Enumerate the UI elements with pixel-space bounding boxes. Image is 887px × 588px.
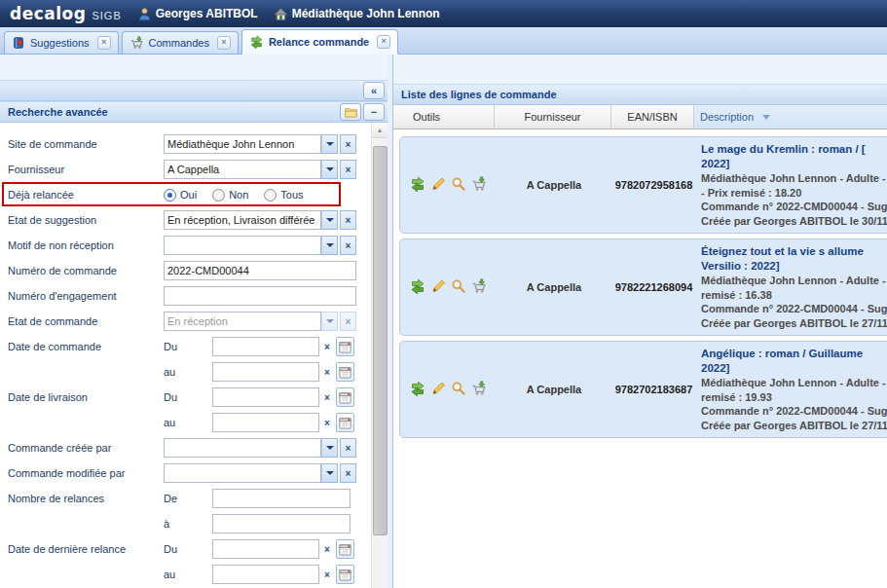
radio-tous[interactable]: Tous [264,189,303,202]
commande-modifiee-par-input[interactable] [164,463,321,483]
folder-button[interactable] [340,103,361,121]
receive-cart-icon[interactable] [471,278,487,296]
detail-line: Commande n° 2022-CMD00044 - Sugge [701,404,887,419]
close-icon[interactable]: × [377,35,390,49]
clear-field-button[interactable]: × [340,463,356,483]
calendar-button[interactable] [336,413,354,432]
chevron-down-icon[interactable] [321,463,338,483]
relance-icon[interactable] [410,278,425,296]
calendar-button[interactable] [336,565,354,584]
order-lines-list: A Cappella 9782072958168 Le mage du Krem… [393,129,887,588]
clear-date-icon[interactable]: × [319,392,335,403]
order-line-row[interactable]: A Cappella 9782221268094 Éteignez tout e… [399,239,887,336]
motif-non-reception-input[interactable] [164,236,321,255]
chevron-down-icon[interactable] [321,160,338,179]
column-header-fournisseur[interactable]: Fournisseur [495,105,611,129]
fournisseur-input[interactable] [164,160,321,179]
field-label: Commande créée par [8,442,164,454]
decalog-logo: decalog SIGB [10,4,122,23]
chevron-down-icon[interactable] [321,134,338,154]
nb-relances-a-input[interactable] [212,514,351,533]
edit-icon[interactable] [430,176,446,194]
tab-commandes[interactable]: Commandes × [122,31,239,54]
clear-date-icon[interactable]: × [319,570,335,580]
form-row-date-commande-du: Date de commande Du × [0,334,371,359]
date-livraison-du-input[interactable] [212,387,319,407]
edit-icon[interactable] [430,278,446,296]
logo-text: decalog [10,4,86,23]
order-line-row[interactable]: A Cappella 9782702183687 Angélique : rom… [399,341,887,438]
current-user[interactable]: Georges ABITBOL [137,7,258,21]
form-row-derniere-relance-au: au × [0,562,371,587]
scroll-up-icon[interactable]: ▲ [372,123,388,138]
date-commande-du-input[interactable] [212,337,319,356]
close-icon[interactable]: × [97,36,111,50]
commande-creee-par-input[interactable] [164,438,321,458]
tab-relance-commande[interactable]: Relance commande × [241,29,398,55]
sort-arrow-icon[interactable] [762,115,770,120]
chevron-down-icon[interactable] [321,236,338,255]
order-line-row[interactable]: A Cappella 9782072958168 Le mage du Krem… [399,136,887,234]
current-site[interactable]: Médiathèque John Lennon [274,7,440,21]
detail-line: remisé : 16.38 [701,288,887,303]
description-cell: Angélique : roman / Guillaume 2022] Médi… [695,347,887,432]
cart-icon [129,36,144,50]
numero-commande-input[interactable] [164,261,356,280]
from-label: Du [164,543,212,555]
clear-date-icon[interactable]: × [319,544,335,555]
clear-field-button: × [340,312,356,331]
edit-icon[interactable] [430,381,446,398]
supplier-cell: A Cappella [496,179,612,191]
numero-engagement-input[interactable] [164,286,356,306]
radio-button-icon[interactable] [164,189,176,202]
clear-date-icon[interactable]: × [319,342,335,352]
date-livraison-au-input[interactable] [212,413,319,432]
calendar-button[interactable] [336,387,354,407]
calendar-button[interactable] [336,362,354,382]
supplier-cell: A Cappella [496,281,612,293]
nb-relances-de-input[interactable] [212,489,351,508]
date-derniere-relance-au-input[interactable] [212,565,319,584]
tab-bar: Suggestions × Commandes × Relance comman… [0,27,887,55]
column-header-description[interactable]: Description [694,105,887,129]
radio-button-icon[interactable] [264,189,277,202]
clear-field-button[interactable]: × [340,438,356,458]
relance-icon[interactable] [410,381,425,398]
clear-field-button[interactable]: × [340,160,356,179]
scrollbar[interactable]: ▲ [371,123,388,588]
calendar-button[interactable] [336,539,354,559]
description-cell: Éteignez tout et la vie s allume Versili… [695,244,887,330]
radio-oui[interactable]: Oui [164,189,197,202]
receive-cart-icon[interactable] [471,381,487,398]
magnifier-icon[interactable] [451,278,466,296]
relance-icon[interactable] [410,176,425,194]
from-label: Du [164,391,212,403]
clear-date-icon[interactable]: × [319,418,335,428]
column-header-ean-isbn[interactable]: EAN/ISBN [611,105,694,129]
magnifier-icon[interactable] [451,381,466,398]
scrollbar-thumb[interactable] [373,146,388,535]
clear-field-button[interactable]: × [340,134,356,154]
etat-suggestion-input[interactable] [164,210,321,230]
column-header-outils[interactable]: Outils [393,105,495,129]
clear-field-button[interactable]: × [340,236,356,255]
receive-cart-icon[interactable] [471,176,487,194]
radio-non[interactable]: Non [212,189,248,202]
date-derniere-relance-du-input[interactable] [212,539,319,559]
tab-label: Commandes [149,37,209,49]
detail-line: Médiathèque John Lennon - Adulte - A [701,171,887,186]
collapse-section-button[interactable]: − [363,103,385,121]
search-region: « Recherche avancée − Site de commande × [0,55,388,588]
clear-date-icon[interactable]: × [319,367,335,378]
clear-field-button[interactable]: × [340,210,356,230]
date-commande-au-input[interactable] [212,362,319,382]
site-de-commande-input[interactable] [164,134,321,154]
chevron-down-icon[interactable] [321,210,338,230]
close-icon[interactable]: × [217,36,231,50]
magnifier-icon[interactable] [451,176,466,194]
calendar-button[interactable] [336,337,354,356]
chevron-down-icon[interactable] [321,438,338,458]
radio-button-icon[interactable] [212,189,225,202]
tab-suggestions[interactable]: Suggestions × [4,31,119,54]
collapse-panel-button[interactable]: « [363,82,385,99]
